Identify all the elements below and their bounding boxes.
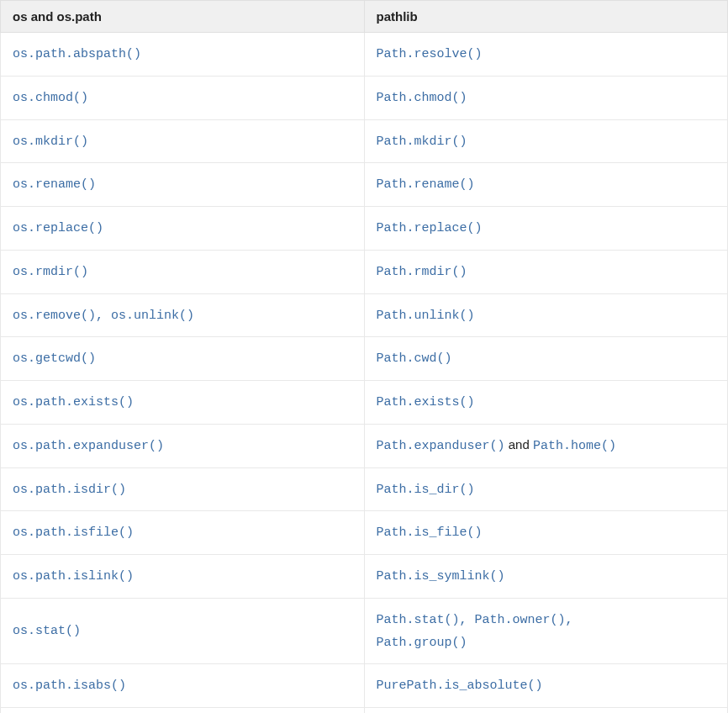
api-link[interactable]: Path.is_symlink() — [377, 569, 505, 584]
comma-separator: , — [96, 309, 111, 323]
api-link[interactable]: os.rmdir() — [13, 265, 88, 279]
os-cell: os.rmdir() — [1, 250, 365, 293]
api-link[interactable]: Path.group() — [377, 636, 467, 650]
os-cell: os.stat() — [1, 598, 365, 664]
pathlib-cell: Path.is_symlink() — [364, 555, 728, 599]
pathlib-cell: Path.is_dir() — [364, 467, 728, 511]
api-link[interactable]: Path.is_dir() — [377, 483, 475, 497]
api-link[interactable]: Path.exists() — [377, 395, 475, 409]
pathlib-cell: Path.mkdir() — [364, 119, 728, 163]
api-link[interactable]: os.replace() — [13, 221, 103, 235]
pathlib-cell: Path.chmod() — [364, 76, 728, 119]
api-link[interactable]: Path.stat() — [377, 613, 460, 627]
os-cell: os.getcwd() — [1, 337, 365, 381]
pathlib-cell: Path.exists() — [364, 381, 728, 425]
table-row: os.path.expanduser()Path.expanduser() an… — [1, 424, 728, 467]
pathlib-cell: Path.unlink() — [364, 293, 728, 337]
pathlib-cell: Path.resolve() — [364, 33, 728, 77]
table-row: os.path.join()PurePath.joinpath() — [1, 708, 728, 714]
api-link[interactable]: os.path.expanduser() — [13, 439, 164, 453]
table-row: os.chmod()Path.chmod() — [1, 76, 728, 119]
api-link[interactable]: Path.home() — [533, 439, 616, 453]
api-link[interactable]: os.path.isdir() — [13, 483, 126, 497]
os-cell: os.path.isabs() — [1, 664, 365, 708]
api-link[interactable]: Path.replace() — [377, 221, 483, 235]
pathlib-cell: Path.rmdir() — [364, 250, 728, 293]
os-cell: os.chmod() — [1, 76, 365, 119]
os-cell: os.replace() — [1, 207, 365, 251]
api-link[interactable]: Path.cwd() — [377, 351, 452, 366]
api-link[interactable]: Path.rmdir() — [377, 265, 467, 279]
api-link[interactable]: os.path.islink() — [13, 569, 134, 584]
table-row: os.stat()Path.stat(), Path.owner(), Path… — [1, 598, 728, 664]
api-link[interactable]: os.remove() — [13, 309, 96, 323]
api-link[interactable]: Path.is_file() — [377, 526, 483, 540]
pathlib-cell: Path.expanduser() and Path.home() — [364, 424, 728, 467]
table-row: os.remove(), os.unlink()Path.unlink() — [1, 293, 728, 337]
api-link[interactable]: os.unlink() — [111, 309, 194, 323]
table-row: os.mkdir()Path.mkdir() — [1, 119, 728, 163]
os-cell: os.path.isfile() — [1, 511, 365, 555]
api-link[interactable]: os.path.exists() — [13, 395, 134, 409]
comparison-table: os and os.path pathlib os.path.abspath()… — [0, 0, 728, 713]
os-cell: os.path.expanduser() — [1, 424, 365, 467]
api-link[interactable]: os.getcwd() — [13, 351, 96, 366]
os-cell: os.path.join() — [1, 708, 365, 714]
api-link[interactable]: os.stat() — [13, 624, 81, 638]
api-link[interactable]: Path.chmod() — [377, 91, 467, 105]
pathlib-cell: Path.is_file() — [364, 511, 728, 555]
api-link[interactable]: Path.expanduser() — [377, 439, 505, 453]
api-link[interactable]: os.path.isfile() — [13, 526, 134, 540]
header-os: os and os.path — [1, 1, 365, 33]
table-row: os.rename()Path.rename() — [1, 163, 728, 207]
table-row: os.replace()Path.replace() — [1, 207, 728, 251]
api-link[interactable]: Path.mkdir() — [377, 135, 467, 149]
comma-separator: , — [460, 613, 475, 627]
table-row: os.path.islink()Path.is_symlink() — [1, 555, 728, 599]
os-cell: os.remove(), os.unlink() — [1, 293, 365, 337]
pathlib-cell: PurePath.joinpath() — [364, 708, 728, 714]
os-cell: os.path.exists() — [1, 381, 365, 425]
api-link[interactable]: Path.owner() — [475, 613, 566, 627]
os-cell: os.path.islink() — [1, 555, 365, 599]
api-link[interactable]: Path.unlink() — [377, 309, 475, 323]
api-link[interactable]: os.path.abspath() — [13, 47, 141, 61]
api-link[interactable]: PurePath.is_absolute() — [377, 679, 543, 693]
pathlib-cell: Path.stat(), Path.owner(), Path.group() — [364, 598, 728, 664]
and-connector: and — [505, 437, 533, 452]
table-row: os.rmdir()Path.rmdir() — [1, 250, 728, 293]
table-row: os.path.exists()Path.exists() — [1, 381, 728, 425]
pathlib-cell: PurePath.is_absolute() — [364, 664, 728, 708]
api-link[interactable]: os.path.isabs() — [13, 679, 126, 693]
pathlib-cell: Path.cwd() — [364, 337, 728, 381]
table-row: os.path.abspath()Path.resolve() — [1, 33, 728, 77]
api-link[interactable]: os.mkdir() — [13, 135, 88, 149]
header-pathlib: pathlib — [364, 1, 728, 33]
table-row: os.path.isabs()PurePath.is_absolute() — [1, 664, 728, 708]
os-cell: os.path.isdir() — [1, 467, 365, 511]
os-cell: os.mkdir() — [1, 119, 365, 163]
os-cell: os.path.abspath() — [1, 33, 365, 77]
pathlib-cell: Path.replace() — [364, 207, 728, 251]
api-link[interactable]: Path.resolve() — [377, 47, 483, 61]
pathlib-cell: Path.rename() — [364, 163, 728, 207]
table-row: os.path.isfile()Path.is_file() — [1, 511, 728, 555]
api-link[interactable]: os.chmod() — [13, 91, 88, 105]
os-cell: os.rename() — [1, 163, 365, 207]
comma-separator: , — [566, 613, 573, 627]
api-link[interactable]: os.rename() — [13, 177, 96, 192]
api-link[interactable]: Path.rename() — [377, 177, 475, 192]
table-row: os.path.isdir()Path.is_dir() — [1, 467, 728, 511]
table-row: os.getcwd()Path.cwd() — [1, 337, 728, 381]
